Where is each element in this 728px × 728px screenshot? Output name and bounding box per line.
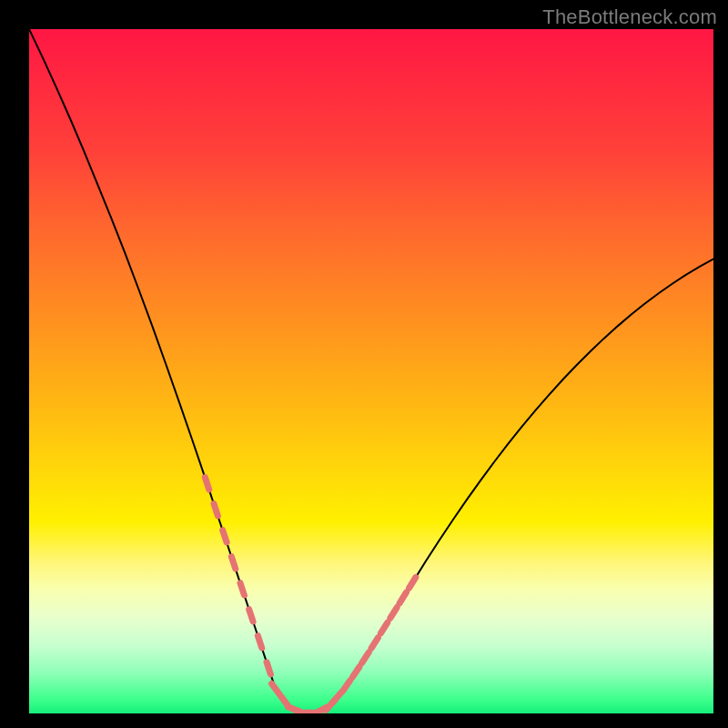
curve-marker [409, 577, 415, 588]
curve-marker [352, 667, 359, 678]
curve-marker [267, 662, 270, 674]
chart-svg [29, 29, 713, 713]
curve-marker [214, 504, 217, 516]
curve-marker [380, 622, 387, 633]
curve-marker [333, 693, 341, 703]
chart-plot-area [29, 29, 713, 713]
curve-markers [205, 478, 416, 713]
watermark-text: TheBottleneck.com [542, 5, 717, 29]
chart-frame: TheBottleneck.com [0, 0, 728, 728]
curve-path [29, 29, 713, 713]
curve-marker [249, 610, 253, 622]
curve-marker [231, 557, 235, 569]
curve-marker [223, 531, 227, 542]
curve-marker [205, 478, 208, 490]
curve-marker [362, 652, 369, 663]
curve-marker [371, 638, 378, 649]
curve-marker [272, 683, 279, 693]
curve-marker [240, 583, 244, 595]
curve-marker [390, 608, 397, 619]
curve-marker [343, 681, 350, 692]
curve-marker [399, 592, 406, 603]
bottleneck-curve [29, 29, 713, 713]
curve-marker [258, 636, 261, 648]
